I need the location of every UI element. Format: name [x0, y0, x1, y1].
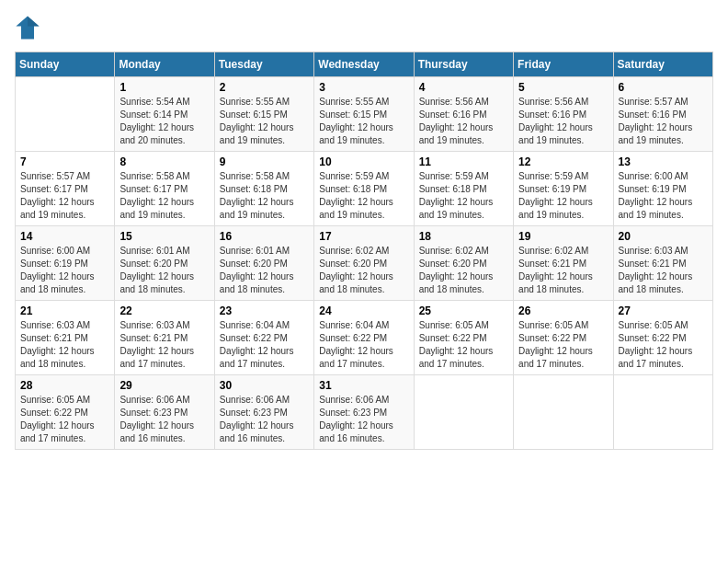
day-info: Sunrise: 6:04 AM Sunset: 6:22 PM Dayligh… [220, 319, 309, 371]
day-info: Sunrise: 6:00 AM Sunset: 6:19 PM Dayligh… [20, 245, 109, 296]
day-number: 22 [119, 304, 209, 317]
calendar-cell: 10Sunrise: 5:59 AM Sunset: 6:18 PM Dayli… [314, 152, 414, 226]
day-info: Sunrise: 6:01 AM Sunset: 6:20 PM Dayligh… [220, 245, 309, 296]
day-info: Sunrise: 5:59 AM Sunset: 6:19 PM Dayligh… [518, 170, 608, 222]
day-number: 1 [119, 81, 209, 94]
day-info: Sunrise: 6:05 AM Sunset: 6:22 PM Dayligh… [419, 319, 508, 371]
day-number: 13 [619, 155, 708, 168]
calendar-cell: 27Sunrise: 6:05 AM Sunset: 6:22 PM Dayli… [613, 301, 712, 375]
calendar-cell [613, 375, 712, 450]
calendar-cell: 7Sunrise: 5:57 AM Sunset: 6:17 PM Daylig… [16, 152, 115, 226]
calendar-cell: 19Sunrise: 6:02 AM Sunset: 6:21 PM Dayli… [514, 226, 613, 301]
day-info: Sunrise: 5:56 AM Sunset: 6:16 PM Dayligh… [419, 96, 508, 147]
day-number: 27 [619, 304, 708, 317]
calendar-cell: 31Sunrise: 6:06 AM Sunset: 6:23 PM Dayli… [314, 375, 414, 450]
day-info: Sunrise: 5:55 AM Sunset: 6:15 PM Dayligh… [319, 96, 408, 147]
day-number: 26 [518, 304, 608, 317]
day-number: 5 [518, 81, 608, 94]
logo-icon [15, 15, 40, 40]
calendar-cell: 18Sunrise: 6:02 AM Sunset: 6:20 PM Dayli… [414, 226, 513, 301]
calendar-week-1: 1Sunrise: 5:54 AM Sunset: 6:14 PM Daylig… [16, 77, 713, 152]
page-header [15, 15, 713, 40]
day-info: Sunrise: 6:02 AM Sunset: 6:20 PM Dayligh… [319, 245, 408, 296]
calendar-week-5: 28Sunrise: 6:05 AM Sunset: 6:22 PM Dayli… [16, 375, 713, 450]
day-number: 10 [319, 155, 408, 168]
day-number: 9 [220, 155, 309, 168]
day-number: 4 [419, 81, 508, 94]
calendar-cell: 1Sunrise: 5:54 AM Sunset: 6:14 PM Daylig… [115, 77, 214, 152]
calendar-week-4: 21Sunrise: 6:03 AM Sunset: 6:21 PM Dayli… [16, 301, 713, 375]
calendar-cell: 14Sunrise: 6:00 AM Sunset: 6:19 PM Dayli… [16, 226, 115, 301]
day-info: Sunrise: 6:03 AM Sunset: 6:21 PM Dayligh… [119, 319, 209, 371]
day-number: 8 [119, 155, 209, 168]
day-number: 6 [619, 81, 708, 94]
calendar-cell: 5Sunrise: 5:56 AM Sunset: 6:16 PM Daylig… [514, 77, 613, 152]
day-number: 24 [319, 304, 408, 317]
day-info: Sunrise: 5:59 AM Sunset: 6:18 PM Dayligh… [419, 170, 508, 222]
calendar-cell: 22Sunrise: 6:03 AM Sunset: 6:21 PM Dayli… [115, 301, 214, 375]
day-info: Sunrise: 5:58 AM Sunset: 6:18 PM Dayligh… [220, 170, 309, 222]
col-header-saturday: Saturday [613, 52, 712, 77]
day-number: 28 [20, 379, 109, 392]
day-number: 11 [419, 155, 508, 168]
day-info: Sunrise: 6:02 AM Sunset: 6:20 PM Dayligh… [419, 245, 508, 296]
calendar-cell: 30Sunrise: 6:06 AM Sunset: 6:23 PM Dayli… [214, 375, 313, 450]
day-info: Sunrise: 6:03 AM Sunset: 6:21 PM Dayligh… [619, 245, 708, 296]
day-number: 31 [319, 379, 408, 392]
day-info: Sunrise: 6:05 AM Sunset: 6:22 PM Dayligh… [20, 394, 109, 445]
calendar-cell: 24Sunrise: 6:04 AM Sunset: 6:22 PM Dayli… [314, 301, 414, 375]
day-number: 18 [419, 230, 508, 243]
day-number: 21 [20, 304, 109, 317]
calendar-cell: 20Sunrise: 6:03 AM Sunset: 6:21 PM Dayli… [613, 226, 712, 301]
day-info: Sunrise: 5:54 AM Sunset: 6:14 PM Dayligh… [119, 96, 209, 147]
day-number: 16 [220, 230, 309, 243]
calendar-cell: 3Sunrise: 5:55 AM Sunset: 6:15 PM Daylig… [314, 77, 414, 152]
logo [15, 15, 44, 40]
day-info: Sunrise: 6:01 AM Sunset: 6:20 PM Dayligh… [119, 245, 209, 296]
day-info: Sunrise: 6:06 AM Sunset: 6:23 PM Dayligh… [220, 394, 309, 445]
col-header-wednesday: Wednesday [314, 52, 414, 77]
day-info: Sunrise: 6:06 AM Sunset: 6:23 PM Dayligh… [319, 394, 408, 445]
calendar-week-2: 7Sunrise: 5:57 AM Sunset: 6:17 PM Daylig… [16, 152, 713, 226]
day-number: 20 [619, 230, 708, 243]
day-info: Sunrise: 5:58 AM Sunset: 6:17 PM Dayligh… [119, 170, 209, 222]
calendar-cell: 25Sunrise: 6:05 AM Sunset: 6:22 PM Dayli… [414, 301, 513, 375]
day-number: 2 [220, 81, 309, 94]
calendar-cell: 2Sunrise: 5:55 AM Sunset: 6:15 PM Daylig… [214, 77, 313, 152]
svg-marker-1 [28, 16, 40, 26]
calendar-cell: 29Sunrise: 6:06 AM Sunset: 6:23 PM Dayli… [115, 375, 214, 450]
day-number: 12 [518, 155, 608, 168]
day-info: Sunrise: 6:06 AM Sunset: 6:23 PM Dayligh… [119, 394, 209, 445]
calendar-week-3: 14Sunrise: 6:00 AM Sunset: 6:19 PM Dayli… [16, 226, 713, 301]
day-number: 7 [20, 155, 109, 168]
calendar-cell: 21Sunrise: 6:03 AM Sunset: 6:21 PM Dayli… [16, 301, 115, 375]
day-info: Sunrise: 5:56 AM Sunset: 6:16 PM Dayligh… [518, 96, 608, 147]
calendar-cell: 8Sunrise: 5:58 AM Sunset: 6:17 PM Daylig… [115, 152, 214, 226]
day-info: Sunrise: 6:05 AM Sunset: 6:22 PM Dayligh… [619, 319, 708, 371]
day-number: 19 [518, 230, 608, 243]
calendar-cell: 15Sunrise: 6:01 AM Sunset: 6:20 PM Dayli… [115, 226, 214, 301]
col-header-sunday: Sunday [16, 52, 115, 77]
day-info: Sunrise: 5:59 AM Sunset: 6:18 PM Dayligh… [319, 170, 408, 222]
calendar-cell [414, 375, 513, 450]
calendar-cell: 4Sunrise: 5:56 AM Sunset: 6:16 PM Daylig… [414, 77, 513, 152]
calendar-cell: 13Sunrise: 6:00 AM Sunset: 6:19 PM Dayli… [613, 152, 712, 226]
col-header-thursday: Thursday [414, 52, 513, 77]
day-info: Sunrise: 5:57 AM Sunset: 6:16 PM Dayligh… [619, 96, 708, 147]
day-info: Sunrise: 6:00 AM Sunset: 6:19 PM Dayligh… [619, 170, 708, 222]
col-header-monday: Monday [115, 52, 214, 77]
calendar-cell [16, 77, 115, 152]
day-info: Sunrise: 6:05 AM Sunset: 6:22 PM Dayligh… [518, 319, 608, 371]
col-header-friday: Friday [514, 52, 613, 77]
calendar-cell: 26Sunrise: 6:05 AM Sunset: 6:22 PM Dayli… [514, 301, 613, 375]
calendar-cell: 11Sunrise: 5:59 AM Sunset: 6:18 PM Dayli… [414, 152, 513, 226]
calendar-cell: 16Sunrise: 6:01 AM Sunset: 6:20 PM Dayli… [214, 226, 313, 301]
day-number: 3 [319, 81, 408, 94]
calendar-cell: 23Sunrise: 6:04 AM Sunset: 6:22 PM Dayli… [214, 301, 313, 375]
day-info: Sunrise: 6:02 AM Sunset: 6:21 PM Dayligh… [518, 245, 608, 296]
day-info: Sunrise: 6:04 AM Sunset: 6:22 PM Dayligh… [319, 319, 408, 371]
calendar-table: SundayMondayTuesdayWednesdayThursdayFrid… [15, 52, 713, 450]
day-number: 30 [220, 379, 309, 392]
calendar-cell: 12Sunrise: 5:59 AM Sunset: 6:19 PM Dayli… [514, 152, 613, 226]
day-number: 29 [119, 379, 209, 392]
